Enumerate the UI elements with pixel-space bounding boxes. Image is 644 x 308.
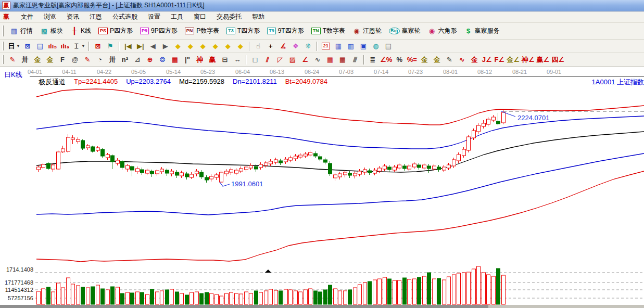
tool-spider-web[interactable]: ❂ <box>157 55 168 65</box>
volume-splitter-marker[interactable] <box>265 270 271 273</box>
tool-gann-grid-2[interactable]: 卅 <box>107 55 118 65</box>
menu-item-2[interactable]: 浏览 <box>39 11 61 22</box>
tool-angle-mirror[interactable]: ⊿ <box>132 55 143 65</box>
toolbar-button-t-number-table[interactable]: TNT数字表 <box>308 25 349 36</box>
tool-print[interactable]: ▤ <box>383 41 394 52</box>
tool-angle-measure[interactable]: ∡ <box>277 41 289 52</box>
menu-item-6[interactable]: 设置 <box>143 11 166 22</box>
tool-percent-line[interactable]: %= <box>406 55 418 65</box>
tool-f-angle[interactable]: F∠ <box>494 55 505 65</box>
tool-calendar[interactable]: 21 <box>320 41 332 52</box>
symbol-label[interactable]: 1A0001 上证指数 <box>592 78 644 87</box>
toolbar-button-p-square[interactable]: PSP四方形 <box>95 25 136 36</box>
tool-si-angle[interactable]: 四∠ <box>551 55 565 65</box>
tool-bars-3[interactable]: ılı₃ <box>47 41 58 52</box>
toolbar-button-9t-square[interactable]: T99T四方形 <box>263 25 308 36</box>
tool-prev-bar[interactable]: ◀ <box>147 41 159 52</box>
scrollbar-thumb[interactable] <box>0 305 488 308</box>
tool-diamond-compress-left[interactable]: ◆ <box>172 41 184 52</box>
kline-chart-canvas[interactable]: 04-0104-1104-2205-0505-1405-2306-0406-13… <box>0 67 644 305</box>
tool-pen-red-2[interactable]: ✎ <box>82 55 93 65</box>
tool-candle-style[interactable]: ⌶▼ <box>72 41 86 52</box>
tool-gold-angle[interactable]: 金∠ <box>506 55 520 65</box>
menu-item-9[interactable]: 交易委托 <box>211 11 247 22</box>
tool-gold-grid-2[interactable]: 金 <box>44 55 56 65</box>
tool-diamond-expand-all[interactable]: ◆ <box>222 41 234 52</box>
tool-pen-red[interactable]: ✎ <box>7 55 18 65</box>
tool-crosshair-tool[interactable]: + <box>265 41 276 52</box>
tool-wave-channel[interactable]: ∿ <box>456 55 468 65</box>
tool-notes[interactable]: ▥ <box>345 41 357 52</box>
toolbar-button-kline[interactable]: ╂K线 <box>67 25 95 36</box>
tool-period-day[interactable]: 日▼ <box>7 41 21 52</box>
tool-percent-slope[interactable]: ∠% <box>380 55 393 65</box>
toolbar-button-sectors[interactable]: ▩板块 <box>36 25 67 36</box>
menu-item-5[interactable]: 公式选股 <box>107 11 143 22</box>
tool-gann-clock[interactable]: ◔ <box>94 55 106 65</box>
tool-compass[interactable]: ⊕ <box>144 55 156 65</box>
toolbar-button-9p-square[interactable]: P99P四方形 <box>136 25 181 36</box>
toolbar-grip[interactable] <box>2 42 4 51</box>
tool-hand-tool[interactable]: ☝ <box>252 41 264 52</box>
tool-percent[interactable]: % <box>394 55 405 65</box>
tool-save[interactable]: ▣ <box>358 41 369 52</box>
tool-diamond-compress-right[interactable]: ◆ <box>185 41 196 52</box>
toolbar-button-winner-wheel[interactable]: Big赢家轮 <box>385 25 424 36</box>
tool-net-box[interactable]: ▦ <box>169 55 181 65</box>
tool-price-scale[interactable]: ≣ <box>367 55 378 65</box>
tool-grid-red-1[interactable]: ▦ <box>324 55 336 65</box>
tool-tool-magenta[interactable]: ❖ <box>290 41 301 52</box>
tool-ink-pen[interactable]: ✎ <box>444 55 455 65</box>
tool-tick-tool[interactable]: |" <box>182 55 193 65</box>
menu-item-3[interactable]: 资讯 <box>61 11 84 22</box>
tool-j-angle[interactable]: J∠ <box>481 55 493 65</box>
toolbar-button-hexagon[interactable]: ◉六角形 <box>424 25 461 36</box>
tool-parallel-lines[interactable]: ⫻ <box>349 55 361 65</box>
tool-fibonacci-grid[interactable]: F <box>57 55 68 65</box>
toolbar-button-t-square[interactable]: T3T四方形 <box>223 25 263 36</box>
tool-first-bar[interactable]: |◀ <box>122 41 134 52</box>
tool-spiral[interactable]: @ <box>69 55 81 65</box>
toolbar-button-winner-service[interactable]: $赢家服务 <box>461 25 503 36</box>
menu-item-10[interactable]: 帮助 <box>247 11 270 22</box>
menu-item-1[interactable]: 文件 <box>16 11 39 22</box>
tool-gann-grid-1[interactable]: 卅 <box>19 55 31 65</box>
title-bar[interactable]: 赢 赢家江恩专业版[赢家内部服务平台] - [上证指数 SH1A0001-111… <box>0 0 644 11</box>
menu-item-4[interactable]: 江恩 <box>84 11 107 22</box>
toolbar-button-quotes[interactable]: ▦行情 <box>6 25 36 36</box>
period-label[interactable]: 日K线 <box>4 70 22 80</box>
tool-web-link[interactable]: ◍ <box>370 41 382 52</box>
tool-h-expand[interactable]: ↔ <box>232 55 243 65</box>
tool-ying-angle[interactable]: 赢∠ <box>536 55 550 65</box>
tool-next-bar[interactable]: ▶ <box>160 41 171 52</box>
tool-calculator[interactable]: ▦ <box>333 41 344 52</box>
tool-ruler-123[interactable]: ⊟ <box>219 55 231 65</box>
toolbar-button-p-number-table[interactable]: PNP数字表 <box>181 25 223 36</box>
tool-grid-red-2[interactable]: ▦ <box>337 55 348 65</box>
tool-gold-underline[interactable]: 金 <box>469 55 480 65</box>
tool-n-square[interactable]: n² <box>119 55 131 65</box>
tool-bars-9[interactable]: ılı₉ <box>59 41 71 52</box>
tool-network-view[interactable]: ⊠ <box>22 41 33 52</box>
tool-last-bar[interactable]: ▶| <box>135 41 146 52</box>
tool-diamond-compress-all[interactable]: ◆ <box>235 41 246 52</box>
tool-ray-fan[interactable]: ⫽ <box>262 55 273 65</box>
tool-net-square[interactable]: ▨ <box>287 55 298 65</box>
toolbar-grip[interactable] <box>2 25 4 37</box>
tool-gold-lines[interactable]: 金 <box>431 55 443 65</box>
tool-zigzag[interactable]: ∿ <box>312 55 323 65</box>
tool-gold-circle[interactable]: 金 <box>419 55 430 65</box>
tool-info-list[interactable]: ▤ <box>34 41 46 52</box>
tool-gold-grid-1[interactable]: 金 <box>32 55 43 65</box>
tool-shen-angle[interactable]: 神∠ <box>521 55 535 65</box>
tool-diamond-compress-h[interactable]: ◆ <box>210 41 221 52</box>
tool-formula-frame[interactable]: ⊠ <box>92 41 104 52</box>
tool-fan-box[interactable]: ◸ <box>274 55 286 65</box>
tool-diamond-expand-h[interactable]: ◆ <box>197 41 209 52</box>
tool-angle-lines[interactable]: ∠ <box>299 55 311 65</box>
tool-shen-tool[interactable]: 神 <box>194 55 206 65</box>
horizontal-scrollbar[interactable] <box>0 305 644 308</box>
menu-item-7[interactable]: 工具 <box>166 11 188 22</box>
toolbar-button-gann-wheel[interactable]: ◉江恩轮 <box>349 25 385 36</box>
tool-tool-teal[interactable]: ❈ <box>302 41 314 52</box>
